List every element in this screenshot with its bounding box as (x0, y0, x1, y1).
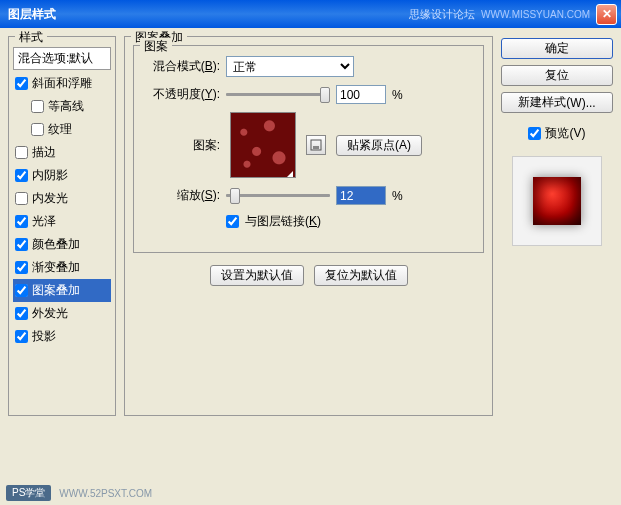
titlebar: 图层样式 思缘设计论坛 WWW.MISSYUAN.COM ✕ (0, 0, 621, 28)
cancel-button[interactable]: 复位 (501, 65, 613, 86)
snap-origin-button[interactable]: 贴紧原点(A) (336, 135, 422, 156)
pattern-overlay-group: 图案叠加 图案 混合模式(B): 正常 不透明度(Y): % 图案: (124, 36, 493, 416)
blend-mode-select[interactable]: 正常 (226, 56, 354, 77)
right-panel: 确定 复位 新建样式(W)... 预览(V) (501, 36, 613, 470)
footer-watermark: PS学堂 WWW.52PSXT.COM (6, 485, 152, 501)
style-label: 混合选项:默认 (18, 50, 93, 67)
style-checkbox[interactable] (31, 100, 44, 113)
slider-thumb[interactable] (230, 188, 240, 204)
brand-text: 思缘设计论坛 (409, 7, 475, 22)
opacity-slider[interactable] (226, 86, 330, 104)
style-checkbox[interactable] (15, 261, 28, 274)
preview-thumbnail (533, 177, 581, 225)
style-label: 渐变叠加 (32, 259, 80, 276)
style-label: 内阴影 (32, 167, 68, 184)
style-label: 斜面和浮雕 (32, 75, 92, 92)
brand-url: WWW.MISSYUAN.COM (481, 9, 590, 20)
close-icon: ✕ (602, 7, 612, 21)
pattern-inner-group: 图案 混合模式(B): 正常 不透明度(Y): % 图案: (133, 45, 484, 253)
style-item-12[interactable]: 投影 (13, 325, 111, 348)
new-style-button[interactable]: 新建样式(W)... (501, 92, 613, 113)
link-row: 与图层链接(K) (142, 213, 475, 230)
style-checkbox[interactable] (15, 192, 28, 205)
close-button[interactable]: ✕ (596, 4, 617, 25)
link-with-layer-checkbox[interactable] (226, 215, 239, 228)
style-item-3[interactable]: 纹理 (13, 118, 111, 141)
style-item-5[interactable]: 内阴影 (13, 164, 111, 187)
preview-box (512, 156, 602, 246)
link-with-layer-label: 与图层链接(K) (245, 213, 321, 230)
opacity-input[interactable] (336, 85, 386, 104)
opacity-label: 不透明度(Y): (142, 86, 220, 103)
scale-slider[interactable] (226, 187, 330, 205)
style-item-8[interactable]: 颜色叠加 (13, 233, 111, 256)
opacity-row: 不透明度(Y): % (142, 85, 475, 104)
style-item-10[interactable]: 图案叠加 (13, 279, 111, 302)
style-label: 描边 (32, 144, 56, 161)
styles-legend: 样式 (15, 29, 47, 46)
style-list: 混合选项:默认斜面和浮雕等高线纹理描边内阴影内发光光泽颜色叠加渐变叠加图案叠加外… (13, 47, 111, 348)
scale-unit: % (392, 189, 403, 203)
style-item-1[interactable]: 斜面和浮雕 (13, 72, 111, 95)
opacity-unit: % (392, 88, 403, 102)
scale-label: 缩放(S): (142, 187, 220, 204)
preview-row: 预览(V) (501, 125, 613, 142)
style-label: 等高线 (48, 98, 84, 115)
center-panel: 图案叠加 图案 混合模式(B): 正常 不透明度(Y): % 图案: (124, 36, 493, 470)
style-checkbox[interactable] (15, 77, 28, 90)
blend-mode-row: 混合模式(B): 正常 (142, 56, 475, 77)
style-checkbox[interactable] (15, 146, 28, 159)
new-preset-icon (310, 139, 322, 151)
defaults-row: 设置为默认值 复位为默认值 (133, 265, 484, 286)
style-item-6[interactable]: 内发光 (13, 187, 111, 210)
set-default-button[interactable]: 设置为默认值 (210, 265, 304, 286)
style-checkbox[interactable] (15, 330, 28, 343)
preview-checkbox[interactable] (528, 127, 541, 140)
style-label: 颜色叠加 (32, 236, 80, 253)
style-item-4[interactable]: 描边 (13, 141, 111, 164)
style-item-0[interactable]: 混合选项:默认 (13, 47, 111, 70)
new-preset-button[interactable] (306, 135, 326, 155)
style-checkbox[interactable] (15, 238, 28, 251)
style-label: 投影 (32, 328, 56, 345)
footer-url: WWW.52PSXT.COM (59, 488, 152, 499)
scale-input[interactable] (336, 186, 386, 205)
style-label: 内发光 (32, 190, 68, 207)
styles-group: 样式 混合选项:默认斜面和浮雕等高线纹理描边内阴影内发光光泽颜色叠加渐变叠加图案… (8, 36, 116, 416)
slider-thumb[interactable] (320, 87, 330, 103)
dialog-body: 样式 混合选项:默认斜面和浮雕等高线纹理描边内阴影内发光光泽颜色叠加渐变叠加图案… (0, 28, 621, 478)
chevron-down-icon (287, 171, 293, 177)
ok-button[interactable]: 确定 (501, 38, 613, 59)
style-label: 图案叠加 (32, 282, 80, 299)
style-checkbox[interactable] (15, 307, 28, 320)
scale-row: 缩放(S): % (142, 186, 475, 205)
style-label: 外发光 (32, 305, 68, 322)
style-item-2[interactable]: 等高线 (13, 95, 111, 118)
style-item-7[interactable]: 光泽 (13, 210, 111, 233)
style-item-11[interactable]: 外发光 (13, 302, 111, 325)
svg-rect-1 (313, 146, 319, 149)
styles-panel: 样式 混合选项:默认斜面和浮雕等高线纹理描边内阴影内发光光泽颜色叠加渐变叠加图案… (8, 36, 116, 470)
pattern-label: 图案: (142, 137, 220, 154)
style-checkbox[interactable] (15, 215, 28, 228)
pattern-swatch[interactable] (230, 112, 296, 178)
style-label: 纹理 (48, 121, 72, 138)
style-checkbox[interactable] (15, 169, 28, 182)
style-checkbox[interactable] (31, 123, 44, 136)
window-title: 图层样式 (4, 6, 409, 23)
pattern-inner-legend: 图案 (140, 38, 172, 55)
style-item-9[interactable]: 渐变叠加 (13, 256, 111, 279)
pattern-swatch-row: 图案: 贴紧原点(A) (142, 112, 475, 178)
preview-label: 预览(V) (545, 125, 585, 142)
footer-tag: PS学堂 (6, 485, 51, 501)
reset-default-button[interactable]: 复位为默认值 (314, 265, 408, 286)
blend-mode-label: 混合模式(B): (142, 58, 220, 75)
style-checkbox[interactable] (15, 284, 28, 297)
style-label: 光泽 (32, 213, 56, 230)
